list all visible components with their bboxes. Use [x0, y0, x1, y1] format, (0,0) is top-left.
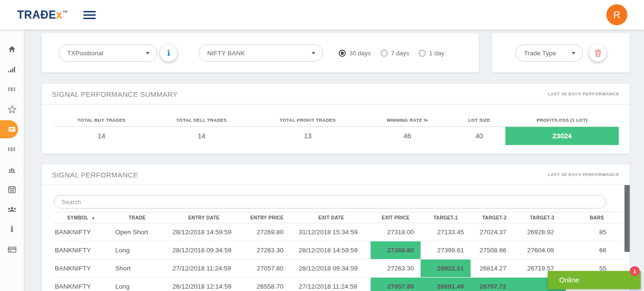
- table-row: BANKNIFTYOpen Short28/12/2018 14:59:5927…: [54, 223, 628, 241]
- metric-value: 13: [254, 127, 362, 145]
- sort-asc-icon: ▲: [91, 216, 95, 220]
- credit-card-icon: [8, 245, 17, 254]
- table-cell: 66: [566, 241, 628, 260]
- avatar[interactable]: R: [606, 4, 627, 25]
- trade-type-select[interactable]: Trade Type: [515, 44, 583, 62]
- table-cell: 27024.37: [471, 223, 518, 241]
- table-row: BANKNIFTYLong28/12/2018 09:34:5927263.30…: [54, 241, 628, 260]
- sidebar: i: [0, 30, 24, 291]
- table-cell: 31/12/2018 15:34:59: [292, 223, 371, 241]
- metric-value: 14: [54, 127, 149, 145]
- radio-30-days[interactable]: 30 days: [339, 50, 371, 57]
- table-cell: 28/12/2018 14:59:59: [166, 223, 242, 241]
- strategy-info-button[interactable]: i: [160, 44, 177, 62]
- home-icon: [8, 45, 16, 53]
- radio-label: 7 days: [391, 50, 409, 57]
- chevron-down-icon: [572, 52, 575, 54]
- column-header-trade[interactable]: TRADE: [109, 212, 166, 223]
- top-header: TRAÐEx™ R: [0, 0, 644, 30]
- strategy-select-value: TXPositional: [67, 50, 103, 57]
- column-header-target-3[interactable]: TARGET-3: [518, 212, 566, 223]
- table-scrollbar[interactable]: [624, 185, 630, 252]
- menu-icon[interactable]: [83, 9, 96, 21]
- table-cell: 27263.30: [371, 260, 421, 278]
- metric-value: 14: [149, 127, 254, 145]
- sidebar-item-performance[interactable]: [0, 59, 24, 79]
- table-cell: BANKNIFTY: [54, 223, 109, 241]
- column-header-entry-price[interactable]: ENTRY PRICE: [242, 212, 292, 223]
- sidebar-item-home[interactable]: [0, 39, 24, 59]
- table-cell: 27269.80: [242, 223, 292, 241]
- star-icon: [8, 105, 17, 114]
- radio-label: 30 days: [349, 50, 371, 57]
- table-cell: 27399.61: [421, 241, 471, 260]
- logo-tm: ™: [62, 10, 68, 15]
- sidebar-item-analytics[interactable]: [0, 159, 24, 179]
- period-radio-group: 30 days 7 days 1 day: [339, 50, 444, 57]
- column-header-exit-date[interactable]: EXIT DATE: [292, 212, 371, 223]
- radio-1-day[interactable]: 1 day: [419, 50, 444, 57]
- table-cell: 27/12/2018 11:24:59: [166, 260, 242, 278]
- table-cell: BANKNIFTY: [54, 241, 109, 260]
- summary-metric-values: 141413464023024: [54, 127, 619, 145]
- sidebar-item-community[interactable]: [0, 199, 24, 219]
- logo-accent: x: [56, 9, 62, 21]
- trash-icon: [594, 49, 602, 57]
- metric-value: 23024: [505, 127, 619, 145]
- metric-label: LOT SIZE: [453, 117, 505, 127]
- sidebar-item-scanner-2[interactable]: [0, 139, 24, 159]
- radio-label: 1 day: [429, 50, 444, 57]
- table-cell: 27057.80: [242, 260, 292, 278]
- summary-metric-labels: TOTAL BUY TRADESTOTAL SELL TRADESTOTAL P…: [54, 117, 619, 127]
- sidebar-item-billing[interactable]: [0, 239, 24, 260]
- table-cell: Long: [109, 278, 166, 291]
- performance-title: SIGNAL PERFORMANCE: [52, 171, 138, 179]
- table-cell: 27057.80: [371, 278, 421, 291]
- column-header-bars[interactable]: BARS: [566, 212, 628, 223]
- column-header-entry-date[interactable]: ENTRY DATE: [166, 212, 242, 223]
- column-header-target-2[interactable]: TARGET-2: [471, 212, 518, 223]
- metric-value: 40: [453, 127, 505, 145]
- table-cell: Open Short: [109, 223, 166, 241]
- barcode-icon: [8, 145, 16, 154]
- radio-unselected-icon: [381, 50, 388, 57]
- summary-period-label: LAST 30 DAYS PERFORMANCE: [548, 92, 619, 96]
- table-cell: 27133.45: [421, 223, 471, 241]
- table-cell: 26922.51: [421, 260, 471, 278]
- table-cell: Long: [109, 241, 166, 260]
- table-cell: 27263.30: [242, 241, 292, 260]
- search-input[interactable]: [54, 195, 606, 208]
- info-icon: i: [167, 49, 170, 57]
- strategy-select[interactable]: TXPositional: [59, 44, 157, 62]
- sidebar-item-scanner[interactable]: [0, 79, 24, 99]
- sidebar-item-calendar[interactable]: [0, 179, 24, 199]
- metric-label: TOTAL PROFIT TRADES: [254, 117, 362, 127]
- metric-value: 46: [362, 127, 453, 145]
- summary-title: SIGNAL PERFORMANCE SUMMARY: [52, 90, 178, 98]
- metric-label: TOTAL BUY TRADES: [54, 117, 149, 127]
- radio-7-days[interactable]: 7 days: [381, 50, 409, 57]
- trade-type-select-value: Trade Type: [524, 50, 556, 57]
- sidebar-item-info[interactable]: i: [0, 219, 24, 239]
- chevron-down-icon: [146, 52, 150, 54]
- online-status-label: Online: [559, 276, 579, 284]
- sidebar-item-favorites[interactable]: [0, 99, 24, 119]
- column-header-target-1[interactable]: TARGET-1: [421, 212, 471, 223]
- radio-selected-icon: [339, 50, 346, 57]
- table-cell: 28/12/2018 09:34:59: [292, 260, 371, 278]
- online-status-toast: Online: [548, 271, 641, 289]
- sidebar-item-signals-active[interactable]: [0, 119, 24, 139]
- table-cell: 85: [566, 223, 628, 241]
- table-cell: 27269.80: [371, 241, 421, 260]
- table-cell: Short: [109, 260, 166, 278]
- table-cell: 26928.92: [518, 223, 566, 241]
- instrument-select[interactable]: NIFTY BANK: [199, 44, 323, 62]
- barcode-icon: [8, 85, 16, 94]
- column-header-exit-price[interactable]: EXIT PRICE: [371, 212, 421, 223]
- column-header-symbol[interactable]: SYMBOL▲: [54, 212, 109, 223]
- table-cell: 26797.72: [471, 278, 518, 291]
- metric-label: WINNING RATE %: [362, 117, 453, 127]
- table-cell: 28/12/2018 14:59:59: [292, 241, 371, 260]
- signal-performance-card: SIGNAL PERFORMANCE LAST 30 DAYS PERFORMA…: [42, 165, 630, 291]
- clear-filter-button[interactable]: [589, 44, 606, 62]
